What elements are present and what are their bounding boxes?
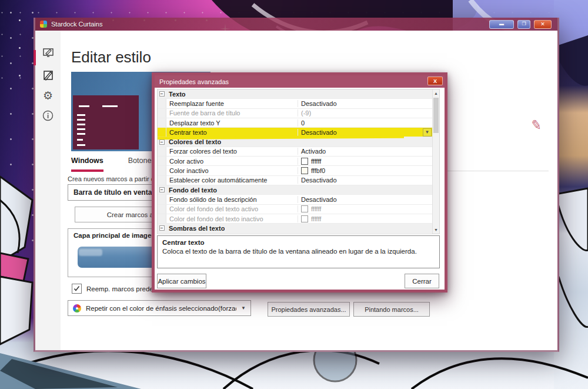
property-name: Fondo sólido de la descripción — [166, 196, 298, 203]
row-gutter — [158, 195, 166, 204]
property-name: Desplazar texto Y — [166, 119, 298, 127]
dialog-titlebar[interactable]: Propiedades avanzadas — [155, 75, 445, 88]
property-row[interactable]: Fuente de barra de título(-9) — [158, 109, 439, 118]
dialog-cerrar-button[interactable]: Cerrar — [405, 274, 439, 288]
property-row[interactable]: Color del fondo del texto activoffffff — [158, 205, 439, 214]
property-value: ffffff — [298, 215, 439, 222]
property-value-text: Desactivado — [301, 177, 337, 184]
property-name: Color del fondo del texto inactivo — [166, 215, 298, 222]
property-group-row[interactable]: −Texto — [158, 89, 439, 99]
app-titlebar[interactable]: Stardock Curtains ▬ ❐ ✕ — [35, 18, 557, 31]
row-gutter — [158, 214, 166, 223]
property-name: Sombras del texto — [166, 225, 225, 232]
collapse-icon[interactable]: − — [159, 225, 165, 231]
sidebar: ⚙ — [35, 31, 61, 350]
property-row[interactable]: Establecer color automáticamenteDesactiv… — [158, 176, 439, 185]
description-text: Coloca el texto de la barra de título de… — [162, 248, 435, 255]
property-group-row[interactable]: −Fondo del texto — [158, 185, 439, 195]
property-value: Desactivado — [298, 129, 439, 136]
color-swatch[interactable] — [301, 205, 308, 212]
edit-display-icon[interactable] — [42, 46, 55, 59]
property-rows: −TextoReemplazar fuenteDesactivadoFuente… — [158, 89, 439, 233]
screen: { "window": { "title": "Stardock Curtain… — [0, 0, 588, 389]
property-row[interactable]: Forzar colores del textoActivado — [158, 147, 439, 157]
property-value-text: ffffff — [311, 158, 321, 165]
maximize-button[interactable]: ❐ — [517, 20, 530, 29]
dialog-close-button[interactable]: X — [427, 77, 443, 85]
color-swatch[interactable] — [301, 215, 308, 222]
page-title: Editar estilo — [71, 48, 151, 67]
painting-frames-button[interactable]: Pintando marcos... — [353, 302, 430, 317]
property-row[interactable]: Desplazar texto Y0 — [158, 118, 439, 128]
row-gutter — [158, 128, 166, 137]
row-gutter: − — [158, 224, 166, 232]
replace-frames-checkbox[interactable] — [72, 284, 82, 294]
property-value-text: 0 — [301, 119, 305, 127]
apply-changes-button[interactable]: Aplicar cambios — [157, 274, 206, 288]
property-name: Reemplazar fuente — [166, 100, 298, 107]
property-value-text: Desactivado — [301, 196, 337, 203]
value-dropdown-chevron[interactable]: ▼ — [423, 128, 432, 137]
close-button[interactable]: ✕ — [534, 20, 552, 29]
dialog-title: Propiedades avanzadas — [159, 78, 229, 85]
property-value-text: fffbf0 — [311, 167, 325, 174]
row-gutter — [158, 99, 166, 108]
row-gutter — [158, 118, 166, 127]
property-name: Forzar colores del texto — [166, 148, 298, 155]
property-value-text: Activado — [301, 148, 326, 155]
row-gutter — [158, 176, 166, 185]
row-gutter — [158, 166, 166, 175]
advanced-properties-dialog: Propiedades avanzadas X −TextoReemplazar… — [152, 72, 447, 292]
scrollbar-thumb[interactable] — [433, 98, 439, 133]
row-gutter: − — [158, 89, 166, 98]
row-gutter — [158, 109, 166, 118]
property-row[interactable]: Color del fondo del texto inactivoffffff — [158, 214, 439, 224]
row-gutter — [158, 205, 166, 214]
color-swatch[interactable] — [301, 167, 308, 174]
scroll-up-icon[interactable]: ▲ — [433, 91, 439, 95]
property-row[interactable]: Centrar textoDesactivado▼ — [158, 128, 439, 137]
accent-color-dropdown[interactable]: Repetir con el color de énfasis seleccio… — [68, 300, 251, 316]
property-name: Color del fondo del texto activo — [166, 205, 298, 212]
minimize-button[interactable]: ▬ — [489, 20, 514, 29]
property-value-text: ffffff — [311, 215, 321, 222]
color-swatch[interactable] — [301, 158, 308, 165]
tab-strip: Windows Botones — [71, 157, 155, 172]
property-row[interactable]: Fondo sólido de la descripciónDesactivad… — [158, 195, 439, 204]
tab-botones[interactable]: Botones — [128, 157, 155, 172]
collapse-icon[interactable]: − — [159, 139, 165, 145]
property-value: Desactivado — [298, 196, 439, 203]
dropdown-arrow-icon: ▼ — [241, 305, 246, 311]
image-layer-label: Capa principal de imagen — [74, 232, 155, 239]
property-value: ffffff — [298, 205, 439, 212]
collapse-icon[interactable]: − — [159, 91, 165, 97]
property-name: Color inactivo — [166, 167, 298, 174]
settings-gear-icon[interactable]: ⚙ — [42, 89, 55, 102]
property-description-box: Centrar texto Coloca el texto de la barr… — [157, 235, 440, 268]
advanced-properties-button[interactable]: Propiedades avanzadas... — [268, 302, 350, 317]
property-group-row[interactable]: −Sombras del texto — [158, 224, 439, 233]
property-name: Centrar texto — [166, 129, 298, 136]
row-gutter: − — [158, 185, 166, 194]
tab-windows[interactable]: Windows — [71, 157, 103, 172]
property-name: Texto — [166, 91, 186, 98]
property-row[interactable]: Color inactivofffbf0 — [158, 166, 439, 175]
property-row[interactable]: Reemplazar fuenteDesactivado — [158, 99, 439, 108]
property-grid-scrollbar[interactable]: ▲ ▼ — [432, 89, 439, 234]
property-name: Establecer color automáticamente — [166, 177, 298, 184]
row-gutter — [158, 147, 166, 156]
property-value-text: (-9) — [301, 109, 311, 117]
scroll-down-icon[interactable]: ▼ — [433, 228, 439, 232]
info-icon[interactable] — [42, 109, 55, 122]
property-name: Color activo — [166, 158, 298, 165]
collapse-icon[interactable]: − — [159, 187, 165, 192]
property-value: ffffff — [298, 158, 439, 165]
edit-style-icon[interactable] — [42, 69, 55, 82]
property-row[interactable]: Color activoffffff — [158, 157, 439, 166]
replace-frames-row: Reemp. marcos predet. — [72, 284, 157, 294]
edit-pencil-icon[interactable]: ✎ — [530, 117, 543, 134]
property-value: Desactivado — [298, 100, 439, 107]
row-gutter — [158, 157, 166, 165]
sidebar-selection-accent — [34, 50, 36, 65]
property-value: 0 — [298, 119, 439, 127]
